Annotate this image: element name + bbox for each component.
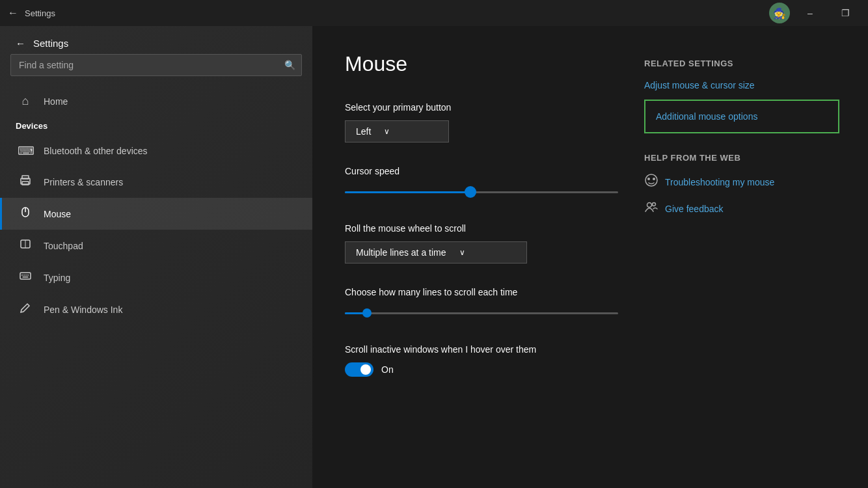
cursor-speed-group: Cursor speed xyxy=(345,166,618,200)
mouse-icon xyxy=(18,206,33,222)
scroll-wheel-dropdown[interactable]: Multiple lines at a time ∨ xyxy=(345,241,527,264)
feedback-icon xyxy=(644,200,658,217)
feedback-row[interactable]: Give feedback xyxy=(644,200,839,217)
troubleshoot-icon xyxy=(644,173,658,191)
pen-icon xyxy=(18,301,33,318)
sidebar-item-home-label: Home xyxy=(44,96,68,107)
svg-point-16 xyxy=(647,203,652,208)
settings-panel: Mouse Select your primary button Left ∨ … xyxy=(345,52,618,468)
sidebar-item-touchpad-label: Touchpad xyxy=(44,241,83,251)
svg-point-13 xyxy=(645,174,657,186)
troubleshoot-row[interactable]: Troubleshooting my mouse xyxy=(644,173,839,191)
printers-icon xyxy=(18,174,33,190)
sidebar-item-bluetooth-label: Bluetooth & other devices xyxy=(44,146,148,156)
scroll-inactive-toggle-row: On xyxy=(345,362,618,377)
app-container: ← Settings 🔍 ⌂ Home Devices ⌨ Bluetooth … xyxy=(0,26,868,488)
sidebar-item-typing[interactable]: Typing xyxy=(0,262,312,293)
toggle-knob xyxy=(360,364,371,375)
home-icon: ⌂ xyxy=(18,94,33,108)
sidebar-item-printers-label: Printers & scanners xyxy=(44,177,123,187)
scroll-lines-slider[interactable] xyxy=(345,305,618,321)
sidebar-item-home[interactable]: ⌂ Home xyxy=(0,87,312,116)
sidebar-item-mouse[interactable]: Mouse xyxy=(0,198,312,230)
bluetooth-icon: ⌨ xyxy=(18,144,33,158)
sidebar-item-pen-label: Pen & Windows Ink xyxy=(44,305,122,315)
primary-button-value: Left xyxy=(356,126,371,137)
restore-button[interactable]: ❐ xyxy=(830,3,860,23)
sidebar-item-mouse-label: Mouse xyxy=(44,209,71,219)
scroll-inactive-group: Scroll inactive windows when I hover ove… xyxy=(345,344,618,377)
scroll-wheel-group: Roll the mouse wheel to scroll Multiple … xyxy=(345,223,618,264)
scroll-wheel-label: Roll the mouse wheel to scroll xyxy=(345,223,618,234)
feedback-link: Give feedback xyxy=(665,204,724,214)
sidebar: ← Settings 🔍 ⌂ Home Devices ⌨ Bluetooth … xyxy=(0,26,312,488)
sidebar-section-devices: Devices xyxy=(0,116,312,136)
back-icon: ← xyxy=(16,38,25,49)
search-icon: 🔍 xyxy=(284,60,295,70)
scroll-lines-label: Choose how many lines to scroll each tim… xyxy=(345,287,618,297)
sidebar-item-printers[interactable]: Printers & scanners xyxy=(0,166,312,198)
title-bar-left: ← Settings xyxy=(8,7,55,19)
sidebar-item-pen[interactable]: Pen & Windows Ink xyxy=(0,293,312,325)
sidebar-item-typing-label: Typing xyxy=(44,273,70,283)
svg-rect-9 xyxy=(23,275,25,276)
help-section-title: Help from the web xyxy=(644,153,839,163)
scroll-inactive-label: Scroll inactive windows when I hover ove… xyxy=(345,344,618,355)
troubleshoot-link: Troubleshooting my mouse xyxy=(665,177,774,187)
typing-icon xyxy=(18,269,33,286)
svg-point-17 xyxy=(653,203,656,206)
svg-rect-2 xyxy=(22,182,29,185)
scroll-lines-thumb[interactable] xyxy=(362,308,372,318)
cursor-speed-track xyxy=(345,191,618,193)
scroll-lines-group: Choose how many lines to scroll each tim… xyxy=(345,287,618,321)
cursor-speed-fill xyxy=(345,191,470,193)
sidebar-back-button[interactable]: ← Settings xyxy=(0,33,312,54)
scroll-wheel-arrow-icon: ∨ xyxy=(459,248,465,257)
minimize-button[interactable]: – xyxy=(795,3,825,23)
adjust-cursor-link[interactable]: Adjust mouse & cursor size xyxy=(644,79,839,92)
cursor-speed-slider[interactable] xyxy=(345,184,618,200)
svg-rect-12 xyxy=(23,277,29,278)
sidebar-item-bluetooth[interactable]: ⌨ Bluetooth & other devices xyxy=(0,136,312,166)
main-content: Mouse Select your primary button Left ∨ … xyxy=(312,26,868,488)
additional-mouse-link: Additional mouse options xyxy=(656,110,828,123)
sidebar-search: 🔍 xyxy=(10,54,302,76)
touchpad-icon xyxy=(18,237,33,254)
svg-point-15 xyxy=(653,178,655,180)
title-bar-controls: 🧙 – ❐ xyxy=(769,3,860,23)
additional-mouse-options-box[interactable]: Additional mouse options xyxy=(644,100,839,133)
right-panel: Related settings Adjust mouse & cursor s… xyxy=(644,52,839,468)
svg-rect-7 xyxy=(20,273,31,279)
related-settings-title: Related settings xyxy=(644,59,839,68)
svg-rect-11 xyxy=(27,275,29,276)
scroll-inactive-value: On xyxy=(381,364,394,375)
dropdown-arrow-icon: ∨ xyxy=(384,127,390,136)
title-bar: ← Settings 🧙 – ❐ xyxy=(0,0,868,26)
svg-rect-10 xyxy=(25,275,27,276)
search-input[interactable] xyxy=(10,54,302,76)
primary-button-group: Select your primary button Left ∨ xyxy=(345,102,618,142)
page-title: Mouse xyxy=(345,52,618,76)
title-bar-title: Settings xyxy=(25,8,55,18)
cursor-speed-label: Cursor speed xyxy=(345,166,618,176)
avatar: 🧙 xyxy=(769,3,790,23)
primary-button-dropdown[interactable]: Left ∨ xyxy=(345,120,449,142)
svg-point-14 xyxy=(647,178,650,180)
svg-rect-8 xyxy=(21,275,23,276)
primary-button-label: Select your primary button xyxy=(345,102,618,113)
scroll-lines-track xyxy=(345,312,618,314)
scroll-wheel-value: Multiple lines at a time xyxy=(356,247,446,258)
back-arrow-icon[interactable]: ← xyxy=(8,7,18,19)
scroll-inactive-toggle[interactable] xyxy=(345,362,373,377)
sidebar-item-touchpad[interactable]: Touchpad xyxy=(0,230,312,262)
svg-rect-1 xyxy=(22,176,29,179)
sidebar-app-title: Settings xyxy=(33,38,68,49)
cursor-speed-thumb[interactable] xyxy=(465,186,476,198)
